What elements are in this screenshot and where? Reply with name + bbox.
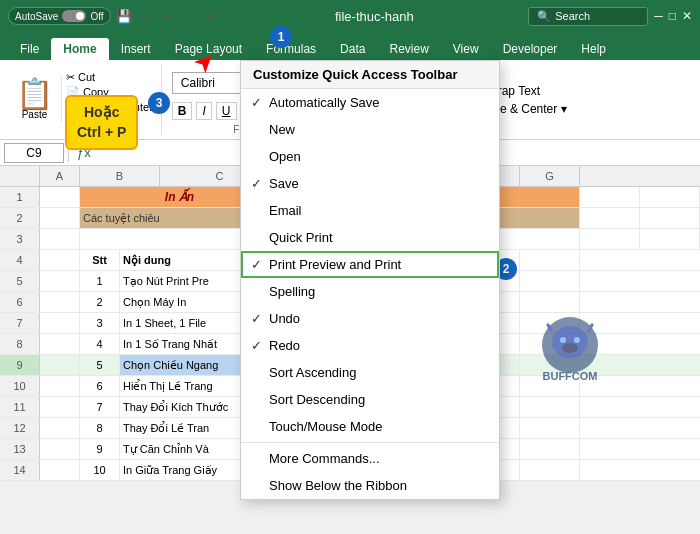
cell-a10[interactable] (40, 376, 80, 396)
row-num-7: 7 (0, 313, 40, 333)
badge-1-label: 1 (278, 30, 285, 44)
cut-button[interactable]: ✂ Cut (66, 71, 153, 84)
cell-a2[interactable] (40, 208, 80, 228)
badge-3-label: 3 (156, 96, 163, 110)
cell-a14[interactable] (40, 460, 80, 480)
cell-a13[interactable] (40, 439, 80, 459)
cell-g6[interactable] (520, 292, 580, 312)
cell-b6[interactable]: 2 (80, 292, 120, 312)
callout-line1: Hoặc (84, 104, 119, 120)
row-num-4: 4 (0, 250, 40, 270)
autosave-toggle[interactable]: AutoSave Off (8, 7, 111, 25)
row-num-1: 1 (0, 187, 40, 207)
cell-b10[interactable]: 6 (80, 376, 120, 396)
cell-g5[interactable] (520, 271, 580, 291)
cell-a1[interactable] (40, 187, 80, 207)
cell-b8[interactable]: 4 (80, 334, 120, 354)
cell-f3[interactable] (580, 229, 640, 249)
dropdown-item-show-below[interactable]: Show Below the Ribbon (241, 472, 499, 499)
ribbon-tabs: File Home Insert Page Layout Formulas Da… (0, 32, 700, 60)
dropdown-item-sort-desc[interactable]: Sort Descending (241, 386, 499, 413)
cell-b13[interactable]: 9 (80, 439, 120, 459)
cell-e3[interactable] (500, 229, 580, 249)
cell-b9[interactable]: 5 (80, 355, 120, 375)
cell-f1[interactable] (580, 187, 640, 207)
paste-button[interactable]: 📋 Paste (8, 77, 62, 122)
dropdown-item-print-preview[interactable]: Print Preview and Print (241, 251, 499, 278)
cell-a3[interactable] (40, 229, 80, 249)
cell-b14[interactable]: 10 (80, 460, 120, 480)
undo-icon[interactable]: ↩ (137, 7, 155, 25)
dropdown-item-save[interactable]: Save (241, 170, 499, 197)
row-num-10: 10 (0, 376, 40, 396)
cell-a9[interactable] (40, 355, 80, 375)
dropdown-item-open[interactable]: Open (241, 143, 499, 170)
dropdown-item-undo[interactable]: Undo (241, 305, 499, 332)
dropdown-item-more-commands[interactable]: More Commands... (241, 445, 499, 472)
cell-a8[interactable] (40, 334, 80, 354)
cell-g2[interactable] (640, 208, 700, 228)
save-icon[interactable]: 💾 (115, 7, 133, 25)
badge-2-label: 2 (503, 262, 510, 276)
dropdown-item-email[interactable]: Email (241, 197, 499, 224)
col-header-b[interactable]: B (80, 166, 160, 186)
title-bar-right: 🔍 Search ─ □ ✕ (528, 7, 692, 26)
row-num-3: 3 (0, 229, 40, 249)
cell-a7[interactable] (40, 313, 80, 333)
italic-button[interactable]: I (196, 102, 211, 120)
dropdown-item-redo[interactable]: Redo (241, 332, 499, 359)
row-num-5: 5 (0, 271, 40, 291)
title-bar-left: AutoSave Off 💾 ↩ ↪ 🖨 ▾ (8, 7, 221, 25)
cell-f2[interactable] (580, 208, 640, 228)
cell-b7[interactable]: 3 (80, 313, 120, 333)
autosave-toggle-switch[interactable] (62, 10, 86, 22)
tab-review[interactable]: Review (377, 38, 440, 60)
redo-icon[interactable]: ↪ (159, 7, 177, 25)
dropdown-item-sort-asc[interactable]: Sort Ascending (241, 359, 499, 386)
col-header-g[interactable]: G (520, 166, 580, 186)
minimize-icon[interactable]: ─ (654, 9, 663, 23)
cell-a11[interactable] (40, 397, 80, 417)
print-preview-qa-icon[interactable]: 🖨 (181, 7, 199, 25)
cell-e2[interactable] (500, 208, 580, 228)
dropdown-item-touch-mode[interactable]: Touch/Mouse Mode (241, 413, 499, 440)
dropdown-item-autosave[interactable]: Automatically Save (241, 89, 499, 116)
tab-help[interactable]: Help (569, 38, 618, 60)
dropdown-item-spelling[interactable]: Spelling (241, 278, 499, 305)
underline-button[interactable]: U (216, 102, 237, 120)
cell-reference-input[interactable] (4, 143, 64, 163)
dropdown-item-quick-print[interactable]: Quick Print (241, 224, 499, 251)
cell-b4-stt[interactable]: Stt (80, 250, 120, 270)
cell-g3[interactable] (640, 229, 700, 249)
tab-insert[interactable]: Insert (109, 38, 163, 60)
svg-point-3 (560, 337, 566, 343)
close-icon[interactable]: ✕ (682, 9, 692, 23)
cell-b11[interactable]: 7 (80, 397, 120, 417)
cell-g12[interactable] (520, 418, 580, 438)
cell-g14[interactable] (520, 460, 580, 480)
cell-g4[interactable] (520, 250, 580, 270)
tab-view[interactable]: View (441, 38, 491, 60)
search-box[interactable]: 🔍 Search (528, 7, 648, 26)
restore-icon[interactable]: □ (669, 9, 676, 23)
cell-a12[interactable] (40, 418, 80, 438)
cell-a6[interactable] (40, 292, 80, 312)
cell-g13[interactable] (520, 439, 580, 459)
cell-g11[interactable] (520, 397, 580, 417)
col-header-a[interactable]: A (40, 166, 80, 186)
tab-developer[interactable]: Developer (491, 38, 570, 60)
tab-home[interactable]: Home (51, 38, 108, 60)
cell-g1[interactable] (640, 187, 700, 207)
cell-a4[interactable] (40, 250, 80, 270)
bold-button[interactable]: B (172, 102, 193, 120)
tab-file[interactable]: File (8, 38, 51, 60)
autosave-state: Off (90, 11, 103, 22)
cell-b12[interactable]: 8 (80, 418, 120, 438)
callout-line2: Ctrl + P (77, 124, 126, 140)
cell-e1[interactable] (500, 187, 580, 207)
dropdown-arrow-icon[interactable]: ▾ (203, 7, 221, 25)
dropdown-item-new[interactable]: New (241, 116, 499, 143)
cell-b5[interactable]: 1 (80, 271, 120, 291)
cell-a5[interactable] (40, 271, 80, 291)
tab-data[interactable]: Data (328, 38, 377, 60)
